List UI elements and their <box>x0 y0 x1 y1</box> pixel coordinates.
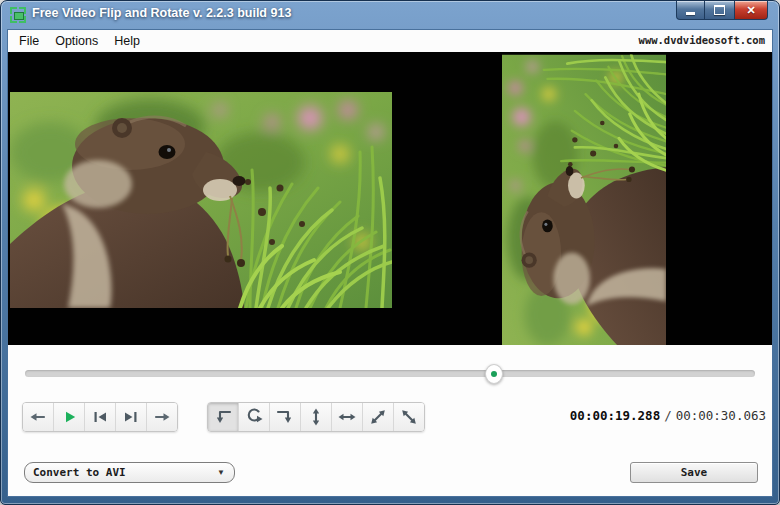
seek-slider[interactable] <box>25 364 755 384</box>
menu-options[interactable]: Options <box>47 31 106 51</box>
output-format-value: Convert to AVI <box>33 466 217 479</box>
seek-slider-track[interactable] <box>25 370 755 377</box>
menu-bar: File Options Help www.dvdvideosoft.com <box>8 30 772 52</box>
previous-frame-button[interactable] <box>85 403 116 431</box>
app-icon <box>10 7 26 23</box>
chevron-down-icon: ▼ <box>217 468 225 477</box>
flip-horizontal-icon <box>335 405 359 429</box>
save-button[interactable]: Save <box>630 462 758 483</box>
flip-diagonal-icon <box>366 405 390 429</box>
minimize-button[interactable] <box>676 1 705 20</box>
video-panel <box>8 52 772 345</box>
minimize-icon <box>686 12 695 15</box>
flip-vertical-icon <box>304 405 328 429</box>
seek-slider-thumb-dot <box>491 371 497 377</box>
footer-row: Convert to AVI ▼ Save <box>8 462 772 484</box>
total-time: 00:00:30.063 <box>676 408 766 423</box>
flip-antidiagonal-button[interactable] <box>394 403 424 431</box>
close-icon: ✕ <box>746 5 755 16</box>
jump-forward-icon <box>150 405 174 429</box>
client-area: File Options Help www.dvdvideosoft.com <box>7 29 773 497</box>
menu-file[interactable]: File <box>11 31 47 51</box>
jump-back-button[interactable] <box>23 403 54 431</box>
rotate-right-90-button[interactable] <box>270 403 301 431</box>
video-preview-transformed <box>502 54 666 345</box>
time-separator: / <box>664 408 672 423</box>
maximize-button[interactable] <box>705 1 734 20</box>
rotate-180-button[interactable] <box>239 403 270 431</box>
time-display: 00:00:19.288/00:00:30.063 <box>570 408 766 423</box>
rotate-right-90-icon <box>273 405 297 429</box>
seek-slider-thumb[interactable] <box>485 364 503 384</box>
window-title: Free Video Flip and Rotate v. 2.2.3 buil… <box>32 6 291 20</box>
next-frame-button[interactable] <box>116 403 147 431</box>
flip-antidiagonal-icon <box>397 405 421 429</box>
title-bar[interactable]: Free Video Flip and Rotate v. 2.2.3 buil… <box>1 1 779 29</box>
play-icon <box>57 405 81 429</box>
next-frame-icon <box>119 405 143 429</box>
flip-vertical-button[interactable] <box>301 403 332 431</box>
transport-button-group <box>22 402 178 432</box>
play-button[interactable] <box>54 403 85 431</box>
flip-diagonal-button[interactable] <box>363 403 394 431</box>
previous-frame-icon <box>88 405 112 429</box>
menu-help[interactable]: Help <box>106 31 148 51</box>
video-preview-original <box>10 92 392 308</box>
rotate-left-90-icon <box>211 405 235 429</box>
rotate-left-90-button[interactable] <box>208 403 239 431</box>
flip-horizontal-button[interactable] <box>332 403 363 431</box>
maximize-icon <box>714 5 725 15</box>
website-label: www.dvdvideosoft.com <box>639 34 765 46</box>
close-button[interactable]: ✕ <box>734 1 768 20</box>
app-window: Free Video Flip and Rotate v. 2.2.3 buil… <box>0 0 780 505</box>
jump-forward-button[interactable] <box>147 403 177 431</box>
output-format-select[interactable]: Convert to AVI ▼ <box>24 462 235 483</box>
jump-back-icon <box>26 405 50 429</box>
transform-button-group <box>207 402 425 432</box>
controls-area: 00:00:19.288/00:00:30.063 Convert to AVI… <box>8 345 772 497</box>
rotate-180-icon <box>242 405 266 429</box>
current-time: 00:00:19.288 <box>570 408 660 423</box>
